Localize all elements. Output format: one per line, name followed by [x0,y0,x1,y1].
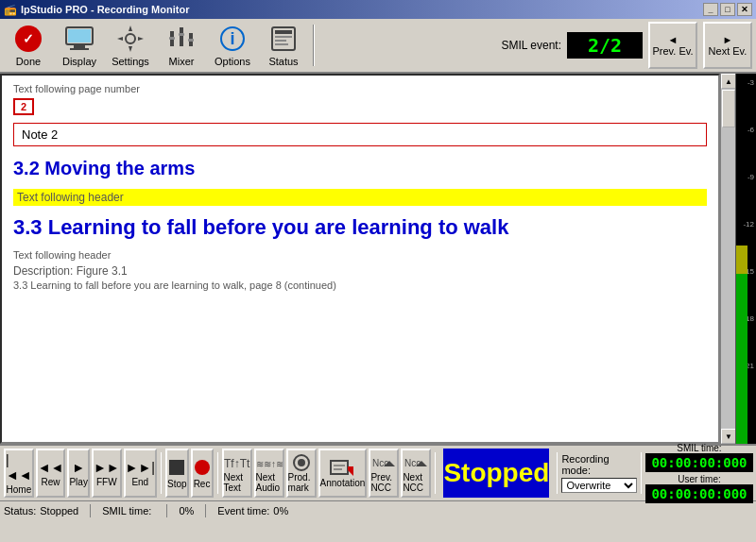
next-text-button[interactable]: Tf↑Tt Next Text [222,449,252,498]
scroll-track[interactable] [721,89,736,429]
status-bar-status: Status: Stopped [4,505,78,517]
annotation-button[interactable]: Annotation [318,449,368,498]
svg-rect-16 [275,30,292,34]
highlight-text: Text following header [13,189,707,206]
status-bar-event: Event time: 0% [217,505,288,517]
end-button[interactable]: ►►| End [124,449,157,498]
next-text-icon: Tf↑Tt [224,453,250,472]
stop-icon [167,458,186,477]
transport-sep-1 [161,452,162,494]
smil-counter: 2/2 [567,32,643,59]
options-label: Options [215,56,250,67]
close-button[interactable]: ✕ [737,3,752,16]
svg-rect-4 [70,48,89,50]
stop-button[interactable]: Stop [165,449,189,498]
svg-point-6 [126,34,135,43]
status-bar-sep-1 [90,504,91,517]
play-button[interactable]: ► Play [67,449,89,498]
prev-ncc-icon: Ncc. [370,453,397,472]
page-label: Text following page number [13,83,707,94]
smil-time-label: SMIL time: [677,443,721,453]
smil-event-area: SMIL event: 2/2 ◄ Prev. Ev. ► Next Ev. [501,22,752,69]
mixer-icon [166,24,197,54]
prev-ev-label: Prev. Ev. [653,45,694,57]
prev-ev-button[interactable]: ◄ Prev. Ev. [648,22,697,69]
next-text-label: Next Text [224,472,250,493]
svg-text:✓: ✓ [23,31,34,46]
level-bar-yellow [736,246,747,274]
smil-time-group: SMIL time: 00:00:00:000 [645,443,752,472]
svg-rect-18 [275,40,286,42]
toolbar-separator [313,25,315,66]
prod-mark-button[interactable]: Prod. mark [286,449,317,498]
recording-mode-select[interactable]: Overwrite Insert [561,478,637,493]
status-display-text: Stopped [443,458,549,488]
scrollbar[interactable]: ▲ ▼ [720,74,735,444]
svg-point-25 [298,459,305,466]
done-button[interactable]: ✓ Done [4,22,53,69]
footer-text: 3.3 Learning to fall before you are lear… [13,279,707,291]
next-ncc-label: Next NCC [403,472,429,493]
page-number: 2 [13,98,34,115]
note-box: Note 2 [13,123,707,146]
scroll-up-button[interactable]: ▲ [721,74,736,89]
rec-label: Rec [194,479,211,489]
heading-2: 3.3 Learning to fall before you are lear… [13,215,707,240]
settings-button[interactable]: Settings [106,22,155,69]
prev-ncc-button[interactable]: Ncc. Prev. NCC [369,449,399,498]
level-label-3: -3 [747,78,754,87]
transport-sep-2 [217,452,218,494]
smil-event-label: SMIL event: [501,39,561,52]
annotation-label: Annotation [320,478,366,488]
maximize-button[interactable]: □ [720,3,735,16]
level-label-6: -6 [747,126,754,134]
options-button[interactable]: i Options [208,22,257,69]
rec-button[interactable]: Rec [191,449,214,498]
next-ev-icon: ► [723,34,733,45]
ffw-icon: ►► [94,460,120,475]
rew-icon: ◄◄ [38,460,64,475]
done-icon: ✓ [13,24,43,54]
display-icon [64,24,94,54]
rew-button[interactable]: ◄◄ Rew [36,449,66,498]
play-icon: ► [72,460,85,475]
display-button[interactable]: Display [55,22,104,69]
minimize-button[interactable]: _ [703,3,718,16]
status-bar-smil: SMIL time: [102,505,155,517]
heading-1: 3.2 Moving the arms [13,158,707,179]
prev-ncc-label: Prev. NCC [370,472,397,493]
status-bar-smil-label: SMIL time: [102,505,151,517]
content-panel[interactable]: Text following page number 2 Note 2 3.2 … [0,74,720,444]
display-label: Display [62,56,96,67]
end-icon: ►►| [126,460,155,475]
svg-rect-3 [74,44,85,48]
play-label: Play [69,477,87,487]
status-bar-event-label: Event time: [217,505,269,517]
status-button[interactable]: Status [259,22,308,69]
window-title: IpStudio PRO - Recording Monitor [21,4,189,15]
svg-text:≋≋↑≋: ≋≋↑≋ [256,459,283,469]
title-bar: 📻 IpStudio PRO - Recording Monitor _ □ ✕ [0,0,756,19]
transport-sep-4 [557,452,558,494]
next-ncc-button[interactable]: Ncc. Next NCC [401,449,431,498]
scroll-down-button[interactable]: ▼ [721,429,736,444]
prod-mark-icon [288,453,315,472]
home-button[interactable]: |◄◄ Home [4,449,34,498]
svg-rect-12 [188,39,194,42]
rew-label: Rew [42,477,60,487]
svg-rect-8 [180,27,183,46]
home-icon: |◄◄ [6,452,32,483]
mixer-button[interactable]: Mixer [157,22,206,69]
status-label: Status [268,56,298,67]
svg-rect-17 [275,36,292,38]
stop-label: Stop [167,479,187,489]
svg-text:Tf↑Tt: Tf↑Tt [224,457,250,470]
next-ev-button[interactable]: ► Next Ev. [703,22,752,69]
ffw-button[interactable]: ►► FFW [92,449,122,498]
next-audio-label: Next Audio [256,472,283,493]
recording-mode-label: Recording mode: [561,453,637,476]
svg-rect-19 [275,43,288,45]
status-bar-status-label: Status: [4,505,36,517]
home-label: Home [7,484,32,495]
next-audio-button[interactable]: ≋≋↑≋ Next Audio [254,449,284,498]
